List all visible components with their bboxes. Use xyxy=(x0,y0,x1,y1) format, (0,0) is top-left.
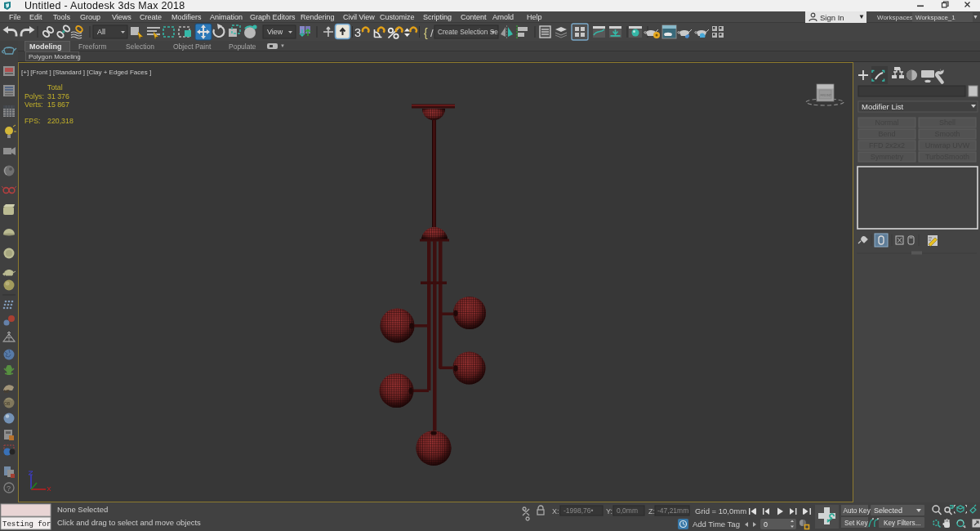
svg-text:Total: Total xyxy=(47,83,63,91)
svg-text:Symmetry: Symmetry xyxy=(871,153,904,161)
svg-text:Create Selection Se: Create Selection Se xyxy=(438,28,498,36)
svg-text:Shell: Shell xyxy=(939,118,956,127)
svg-text:Z:: Z: xyxy=(648,507,655,515)
svg-text:0,0mm: 0,0mm xyxy=(617,506,638,515)
svg-text:TurboSmooth: TurboSmooth xyxy=(925,153,969,161)
svg-text:OB: OB xyxy=(4,401,11,406)
svg-text:Auto Key: Auto Key xyxy=(844,507,871,515)
svg-text:3: 3 xyxy=(354,26,361,39)
svg-text:FFD 2x2x2: FFD 2x2x2 xyxy=(869,141,905,149)
svg-text:-1998,76•: -1998,76• xyxy=(564,506,594,515)
svg-text:FRONT: FRONT xyxy=(821,93,832,97)
svg-text:[+] [Front ] [Standard ] [Clay: [+] [Front ] [Standard ] [Clay + Edged F… xyxy=(21,69,151,76)
svg-text:HF: HF xyxy=(4,389,10,394)
svg-text:Smooth: Smooth xyxy=(934,130,960,138)
svg-text:31 376: 31 376 xyxy=(47,92,69,100)
svg-text:Unwrap UVW: Unwrap UVW xyxy=(925,141,970,149)
svg-text:View: View xyxy=(267,28,283,36)
svg-text:Y:: Y: xyxy=(606,507,612,515)
svg-text:Verts:: Verts: xyxy=(24,100,43,109)
svg-text:X:: X: xyxy=(552,507,559,515)
svg-text:220,318: 220,318 xyxy=(47,117,74,125)
svg-text:Selected: Selected xyxy=(874,506,902,515)
svg-text:Add Time Tag: Add Time Tag xyxy=(693,520,740,529)
svg-text:-47,21mm: -47,21mm xyxy=(657,506,688,515)
svg-text:Key Filters...: Key Filters... xyxy=(884,520,921,527)
svg-text:Bend: Bend xyxy=(878,130,895,138)
svg-text:{: { xyxy=(424,26,428,39)
svg-text:Polys:: Polys: xyxy=(24,92,44,100)
svg-text:?: ? xyxy=(7,484,11,493)
svg-text:Click and drag to select and m: Click and drag to select and move object… xyxy=(57,518,201,527)
svg-text:Modifier List: Modifier List xyxy=(862,102,904,111)
svg-text:Normal: Normal xyxy=(875,118,898,127)
svg-text:0: 0 xyxy=(764,520,768,529)
svg-text:Set Key: Set Key xyxy=(844,520,869,527)
svg-text:All: All xyxy=(97,28,105,36)
svg-text:Testing for: Testing for xyxy=(2,520,51,529)
svg-text:FPS:: FPS: xyxy=(24,117,41,125)
svg-text:15 867: 15 867 xyxy=(47,100,69,109)
svg-text:Grid = 10,0mm: Grid = 10,0mm xyxy=(695,506,746,515)
svg-text:None Selected: None Selected xyxy=(57,505,108,514)
svg-text:/: / xyxy=(430,27,434,39)
